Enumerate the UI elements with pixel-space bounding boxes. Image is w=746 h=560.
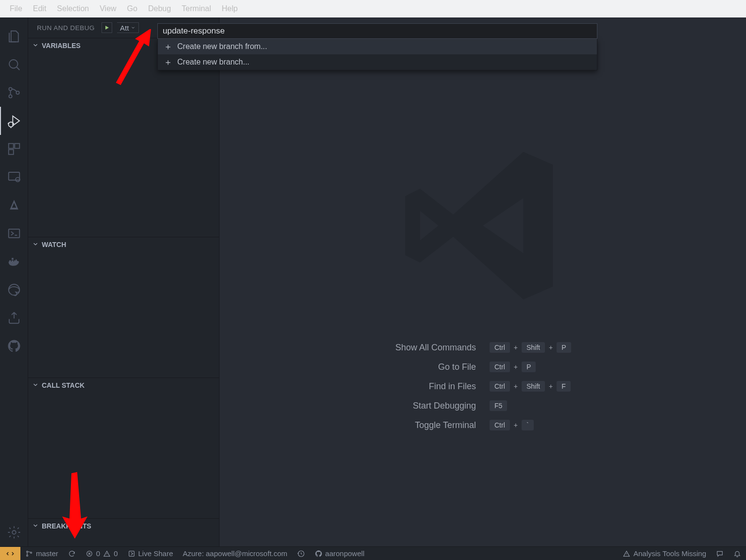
azure-label: Azure: aapowell@microsoft.com: [183, 549, 287, 558]
feedback-icon[interactable]: [711, 547, 729, 560]
svg-point-15: [9, 284, 20, 296]
quick-item-label: Create new branch from...: [177, 42, 267, 51]
editor-welcome: Show All Commands Ctrl+Shift+P Go to Fil…: [220, 17, 746, 546]
plus-icon: ＋: [164, 41, 172, 52]
debug-config-dropdown[interactable]: Att: [117, 22, 139, 33]
welcome-keys: F5: [490, 400, 571, 411]
variables-label: VARIABLES: [42, 42, 81, 49]
liveshare-label: Live Share: [138, 549, 173, 558]
welcome-keys: Ctrl+Shift+P: [490, 342, 571, 353]
svg-rect-14: [12, 258, 14, 260]
statusbar: master 0 0 Live Share Azure: aapowell@mi…: [0, 546, 746, 560]
welcome-keys: Ctrl+P: [490, 362, 571, 372]
extensions-icon[interactable]: [0, 135, 28, 163]
menu-terminal[interactable]: Terminal: [177, 2, 216, 15]
errors-count: 0: [96, 549, 100, 558]
analysis-label: Analysis Tools Missing: [633, 549, 706, 558]
breakpoints-section-header[interactable]: BREAKPOINTS: [28, 519, 219, 533]
quick-item-label: Create new branch...: [177, 58, 250, 66]
callstack-section-header[interactable]: CALL STACK: [28, 378, 219, 393]
azure-account[interactable]: Azure: aapowell@microsoft.com: [178, 547, 292, 560]
menu-selection[interactable]: Selection: [52, 2, 94, 15]
menu-edit[interactable]: Edit: [28, 2, 51, 15]
create-branch-item[interactable]: ＋ Create new branch...: [158, 54, 597, 70]
breakpoints-label: BREAKPOINTS: [42, 522, 91, 530]
watch-label: WATCH: [42, 241, 66, 248]
create-branch-from-item[interactable]: ＋ Create new branch from...: [158, 39, 597, 54]
debug-sidebar: RUN AND DEBUG Att VARIABLES WATCH: [28, 17, 220, 546]
start-debug-button[interactable]: [102, 22, 112, 33]
svg-point-0: [9, 60, 18, 68]
branch-name-input[interactable]: [157, 23, 597, 39]
svg-rect-6: [15, 144, 19, 148]
files-icon[interactable]: [0, 22, 28, 50]
github-icon[interactable]: [0, 332, 28, 360]
plus-icon: ＋: [164, 56, 172, 68]
svg-rect-7: [9, 149, 14, 154]
svg-point-16: [12, 530, 16, 534]
history-button[interactable]: [292, 547, 310, 560]
menu-go[interactable]: Go: [122, 2, 142, 15]
svg-point-3: [16, 91, 19, 94]
branch-label: master: [36, 549, 58, 558]
debug-config-label: Att: [120, 24, 129, 32]
menubar: File Edit Selection View Go Debug Termin…: [0, 0, 746, 17]
svg-point-18: [27, 555, 28, 556]
chevron-down-icon: [32, 381, 39, 390]
branch-indicator[interactable]: master: [20, 547, 63, 560]
svg-rect-5: [9, 144, 14, 148]
docker-icon[interactable]: [0, 247, 28, 276]
welcome-label: Toggle Terminal: [394, 420, 476, 430]
welcome-label: Find in Files: [394, 381, 476, 392]
bell-icon[interactable]: [729, 547, 746, 560]
menu-debug[interactable]: Debug: [143, 2, 176, 15]
svg-point-17: [27, 551, 28, 552]
search-icon[interactable]: [0, 50, 28, 79]
menu-file[interactable]: File: [5, 2, 27, 15]
github-label: aaronpowell: [325, 549, 365, 558]
quick-input-palette: ＋ Create new branch from... ＋ Create new…: [157, 23, 597, 70]
svg-point-19: [31, 552, 32, 553]
remote-explorer-icon[interactable]: [0, 163, 28, 191]
chevron-down-icon: [32, 522, 39, 530]
github-account[interactable]: aaronpowell: [310, 547, 370, 560]
chevron-down-icon: [32, 241, 39, 249]
svg-point-1: [9, 87, 12, 90]
chevron-down-icon: [32, 42, 39, 50]
settings-gear-icon[interactable]: [0, 518, 28, 546]
remote-button[interactable]: [0, 547, 20, 560]
svg-rect-8: [9, 172, 20, 180]
welcome-keys: Ctrl+`: [490, 420, 571, 430]
source-control-icon[interactable]: [0, 79, 28, 107]
welcome-keys: Ctrl+Shift+F: [490, 381, 571, 392]
menu-view[interactable]: View: [95, 2, 121, 15]
share-icon[interactable]: [0, 304, 28, 332]
vscode-logo-icon: [390, 133, 575, 318]
welcome-label: Show All Commands: [394, 343, 476, 353]
sidebar-title: RUN AND DEBUG: [37, 24, 95, 32]
callstack-label: CALL STACK: [42, 381, 85, 389]
azure-icon[interactable]: [0, 191, 28, 219]
svg-point-2: [9, 95, 12, 98]
watch-section-header[interactable]: WATCH: [28, 237, 219, 252]
welcome-shortcuts: Show All Commands Ctrl+Shift+P Go to Fil…: [394, 342, 571, 430]
activitybar: [0, 17, 28, 546]
powershell-icon[interactable]: [0, 219, 28, 247]
liveshare-button[interactable]: Live Share: [123, 547, 178, 560]
problems-indicator[interactable]: 0 0: [81, 547, 123, 560]
analysis-warning[interactable]: Analysis Tools Missing: [618, 547, 711, 560]
sync-button[interactable]: [63, 547, 81, 560]
debug-icon[interactable]: [0, 107, 28, 135]
edge-icon[interactable]: [0, 276, 28, 304]
welcome-label: Start Debugging: [394, 401, 476, 411]
menu-help[interactable]: Help: [217, 2, 243, 15]
warnings-count: 0: [114, 549, 118, 558]
welcome-label: Go to File: [394, 362, 476, 372]
